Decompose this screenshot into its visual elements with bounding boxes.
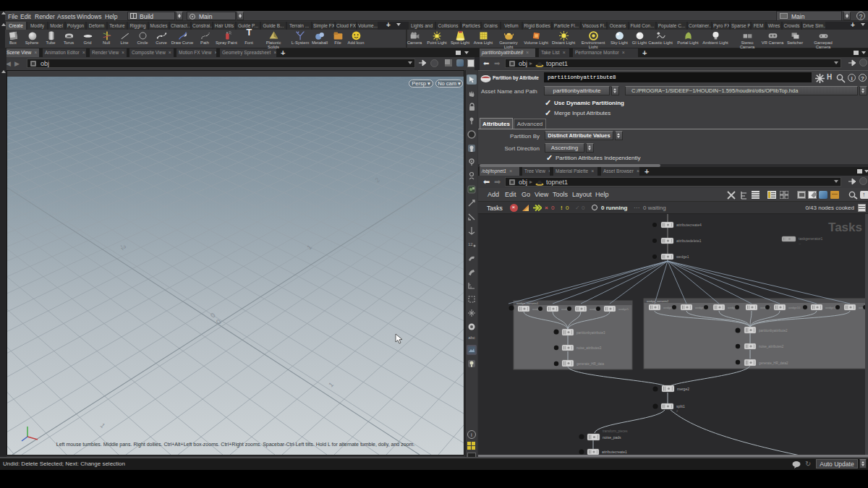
- svg-text:noise_pads: noise_pads: [603, 435, 621, 440]
- svg-text:wedge_variants2: wedge_variants2: [647, 299, 669, 303]
- svg-text:attributecreate4: attributecreate4: [676, 223, 702, 227]
- svg-text:generate_HR_data: generate_HR_data: [576, 362, 605, 366]
- svg-text:split1: split1: [676, 404, 685, 408]
- svg-text:1: 1: [99, 421, 107, 429]
- svg-text:transform_pieces: transform_pieces: [603, 429, 628, 433]
- svg-text:noise_attributes3: noise_attributes3: [576, 346, 602, 350]
- svg-text:...: ...: [799, 241, 801, 245]
- svg-text:partitionbyattribute3: partitionbyattribute3: [576, 331, 605, 335]
- svg-text:Tasks: Tasks: [828, 221, 862, 234]
- svg-text:0: 0: [209, 312, 217, 319]
- svg-text:wedge_variants1: wedge_variants1: [516, 301, 539, 305]
- svg-text:wedge10: wedge10: [788, 306, 801, 309]
- svg-text:attributecreate1: attributecreate1: [602, 450, 627, 454]
- svg-text:wedge5: wedge5: [618, 307, 629, 311]
- svg-text:-2: -2: [119, 242, 128, 252]
- svg-text:generate_HR_data2: generate_HR_data2: [759, 361, 788, 365]
- svg-text:attributedelete1: attributedelete1: [676, 239, 702, 243]
- svg-text:wedge1: wedge1: [676, 254, 689, 259]
- svg-text:merge2: merge2: [677, 387, 689, 391]
- svg-text:2: 2: [676, 409, 678, 413]
- svg-text:12: 12: [468, 242, 473, 247]
- svg-text:partitionbyattribute2: partitionbyattribute2: [759, 329, 788, 333]
- svg-text:1: 1: [327, 381, 335, 389]
- svg-text:taskgenerator1: taskgenerator1: [799, 236, 823, 241]
- svg-text:noise_attributes2: noise_attributes2: [759, 345, 784, 348]
